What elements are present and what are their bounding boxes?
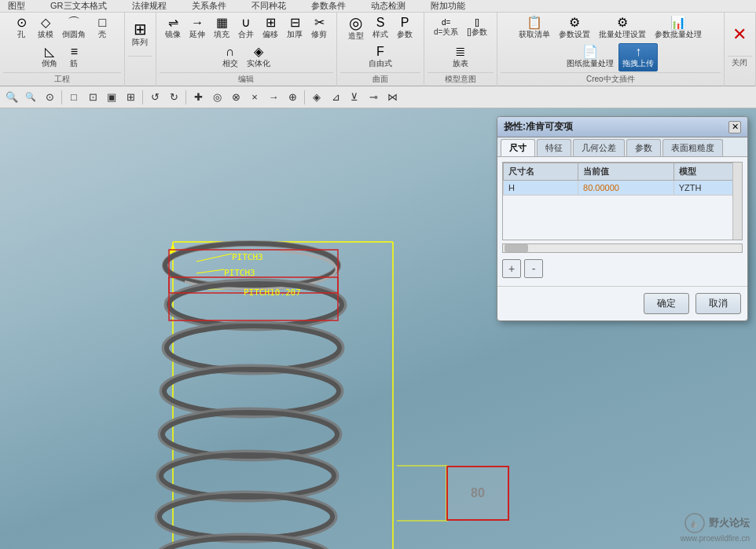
toolbar-section-edit: ⇌ 镜像 → 延伸 ▦ 填充 ∪ 合并 ⊞ 偏移 — [156, 13, 337, 86]
btn-hole[interactable]: ⊙ 孔 — [9, 14, 33, 42]
dialog-tabs: 尺寸 特征 几何公差 参数 表面粗糙度 — [497, 137, 747, 157]
btn-trim[interactable]: ✂ 修剪 — [307, 14, 331, 42]
btn-thicken[interactable]: ⊟ 加厚 — [283, 14, 306, 42]
btn-solidify[interactable]: ◈ 实体化 — [243, 43, 274, 71]
fit-btn[interactable]: ⊙ — [41, 89, 58, 106]
offset-label: 偏移 — [262, 29, 278, 40]
drawing-batch-icon: 📄 — [582, 46, 598, 58]
dialog-close-button[interactable]: ✕ — [728, 121, 741, 134]
remove-row-button[interactable]: - — [524, 259, 543, 278]
cancel-button[interactable]: 取消 — [695, 293, 741, 314]
btn-param-batch[interactable]: 📊 参数批量处理 — [651, 14, 706, 42]
param-settings-label: 参数设置 — [559, 29, 590, 40]
flexibility-dialog: 挠性:准肯可变项 ✕ 尺寸 特征 几何公差 参数 表面粗糙度 尺寸名 当前值 模… — [497, 116, 748, 321]
menu-item-8[interactable]: 附加功能 — [426, 0, 470, 12]
btn-param-settings[interactable]: ⚙ 参数设置 — [555, 14, 594, 42]
tool-btn-5[interactable]: ⋈ — [384, 89, 401, 106]
main-area: PITCH3 PITCH3 PITCH10.207 PITCH10.207 PI… — [0, 108, 756, 549]
rotate-ccw-btn[interactable]: ↻ — [165, 89, 182, 106]
ok-button[interactable]: 确定 — [644, 293, 689, 314]
icon-toolbar: 🔍 🔍 ⊙ □ ⊡ ▣ ⊞ ↺ ↻ ✚ ◎ ⊗ × → ⊕ ◈ ⊿ ⊻ ⊸ ⋈ — [0, 86, 756, 108]
btn-merge[interactable]: ∪ 合并 — [234, 14, 258, 42]
btn-intersect[interactable]: ∩ 相交 — [218, 43, 242, 71]
dimension-80-value: 80 — [471, 486, 485, 500]
tab-feature[interactable]: 特征 — [537, 139, 571, 156]
extend-icon: → — [191, 16, 204, 29]
horizontal-scrollbar[interactable] — [502, 243, 743, 253]
cross-btn[interactable]: × — [246, 89, 263, 106]
surface-style-label: 样式 — [372, 29, 388, 40]
col-header-dim-name: 尺寸名 — [504, 163, 578, 181]
btn-draft[interactable]: ◇ 拔模 — [34, 14, 57, 42]
rotate-cw-btn[interactable]: ↺ — [146, 89, 163, 106]
mirror-icon: ⇌ — [168, 16, 178, 29]
btn-fill[interactable]: ▦ 填充 — [210, 14, 233, 42]
zoom-out-btn[interactable]: 🔍 — [22, 89, 39, 106]
btn-get-list[interactable]: 📋 获取清单 — [515, 14, 554, 42]
zoom-in-btn[interactable]: 🔍 — [3, 89, 20, 106]
btn-extend[interactable]: → 延伸 — [185, 14, 209, 42]
freestyle-icon: F — [376, 46, 384, 58]
btn-upload[interactable]: ↑ 拖拽上传 — [618, 43, 658, 71]
menu-item-7[interactable]: 动态检测 — [366, 0, 410, 12]
round-icon: ⌒ — [68, 16, 80, 29]
svg-line-10 — [196, 269, 224, 273]
arrow-btn[interactable]: → — [265, 89, 282, 106]
menu-item-2[interactable]: GR三文本格式 — [46, 0, 112, 12]
btn-relation[interactable]: d= d=关系 — [430, 14, 462, 42]
btn-param2[interactable]: [] []参数 — [463, 14, 491, 42]
view-btn-3[interactable]: ▣ — [103, 89, 120, 106]
btn-mirror[interactable]: ⇌ 镜像 — [161, 14, 185, 42]
btn-batch-settings[interactable]: ⚙ 批量处理设置 — [595, 14, 650, 42]
btn-chamfer[interactable]: ◺ 倒角 — [38, 43, 61, 71]
btn-freestyle[interactable]: F 自由式 — [365, 43, 396, 71]
btn-style[interactable]: ◎ 造型 — [344, 14, 368, 42]
tab-geo-tolerance[interactable]: 几何公差 — [573, 139, 625, 156]
view-btn-4[interactable]: ⊞ — [122, 89, 139, 106]
mirror-label: 镜像 — [165, 29, 181, 40]
upload-icon: ↑ — [635, 46, 641, 58]
table-row[interactable]: H 80.00000 YZTH — [504, 181, 742, 196]
btn-rib[interactable]: ≡ 筋 — [62, 43, 86, 71]
btn-round[interactable]: ⌒ 倒圆角 — [58, 14, 90, 42]
table-header: 尺寸名 当前值 模型 — [504, 163, 742, 181]
menu-item-5[interactable]: 不同种花 — [247, 0, 291, 12]
add-btn[interactable]: ✚ — [189, 89, 207, 106]
table-body: H 80.00000 YZTH — [504, 181, 742, 196]
btn-surface-style[interactable]: S 样式 — [369, 14, 392, 42]
btn-array[interactable]: ⊞ 阵列 — [128, 14, 152, 55]
btn-close-toolbar[interactable]: ✕ — [728, 14, 751, 55]
btn-offset[interactable]: ⊞ 偏移 — [259, 14, 282, 42]
tool-btn-3[interactable]: ⊻ — [346, 89, 363, 106]
tool-btn-4[interactable]: ⊸ — [365, 89, 382, 106]
surface-style-icon: S — [376, 16, 385, 29]
tool-btn-2[interactable]: ⊿ — [327, 89, 344, 106]
menu-item-1[interactable]: 图型 — [3, 0, 30, 12]
table-scrollbar[interactable] — [732, 163, 742, 240]
close-label: 关闭 — [728, 56, 752, 68]
btn-drawing-batch[interactable]: 📄 图纸批量处理 — [563, 43, 618, 71]
view-btn-2[interactable]: ⊡ — [84, 89, 101, 106]
intersect-label: 相交 — [222, 58, 238, 69]
tab-surface-roughness[interactable]: 表面粗糙度 — [662, 139, 723, 156]
dialog-titlebar: 挠性:准肯可变项 ✕ — [497, 117, 747, 137]
btn-shell[interactable]: □ 壳 — [90, 14, 114, 42]
scrollbar-thumb[interactable] — [505, 244, 528, 252]
btn-family[interactable]: ≣ 族表 — [449, 43, 472, 71]
svg-point-35 — [685, 514, 704, 533]
btn-param[interactable]: P 参数 — [393, 14, 417, 42]
view-btn-1[interactable]: □ — [65, 89, 83, 106]
tab-dimension[interactable]: 尺寸 — [501, 139, 535, 156]
relation-label: d=关系 — [434, 27, 458, 38]
menu-item-6[interactable]: 参数条件 — [306, 0, 350, 12]
tab-param[interactable]: 参数 — [626, 139, 661, 156]
upload-label: 拖拽上传 — [622, 58, 654, 69]
circle-btn[interactable]: ◎ — [208, 89, 226, 106]
menu-item-3[interactable]: 法律规程 — [127, 0, 171, 12]
param-settings-icon: ⚙ — [569, 16, 580, 29]
tool-btn-1[interactable]: ◈ — [308, 89, 325, 106]
plus-circle-btn[interactable]: ⊕ — [284, 89, 301, 106]
add-row-button[interactable]: + — [502, 259, 521, 278]
menu-item-4[interactable]: 关系条件 — [187, 0, 231, 12]
cross-circle-btn[interactable]: ⊗ — [227, 89, 244, 106]
